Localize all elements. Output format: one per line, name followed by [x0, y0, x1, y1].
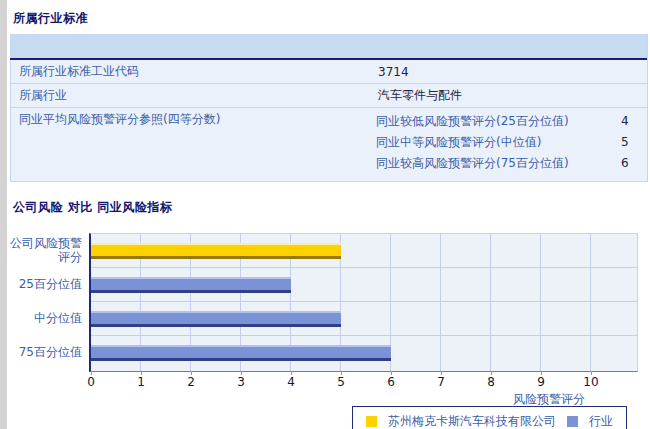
chart-band-separator	[91, 335, 637, 336]
chart-x-tick-label: 0	[76, 375, 106, 389]
chart-plot-area	[89, 233, 638, 372]
chart-x-tick-label: 10	[576, 375, 606, 389]
chart-legend: 苏州梅克卡斯汽车科技有限公司行业	[352, 406, 627, 429]
chart-tick-mark	[591, 371, 592, 375]
chart-tick-mark	[441, 371, 442, 375]
peer-score-subrows: 同业较低风险预警评分(25百分位值) 4 同业中等风险预警评分(中位值) 5 同…	[376, 111, 647, 174]
legend-series-label: 苏州梅克卡斯汽车科技有限公司	[388, 413, 556, 429]
chart-gridline	[540, 234, 541, 371]
chart-tick-mark	[341, 371, 342, 375]
chart-gridline	[590, 234, 591, 371]
row-value: 3714	[376, 65, 409, 79]
chart-x-tick-label: 5	[326, 375, 356, 389]
legend-industry-swatch	[567, 416, 578, 427]
chart-tick-mark	[241, 371, 242, 375]
chart-gridline	[440, 234, 441, 371]
report-content: 所属行业标准 所属行业标准工业代码 3714 所属行业 汽车零件与配件 同业平均…	[0, 0, 650, 429]
legend-company-swatch	[366, 416, 377, 427]
subrow-label: 同业中等风险预警评分(中位值)	[376, 132, 621, 153]
table-row-industry-code: 所属行业标准工业代码 3714	[10, 60, 647, 84]
subrow-25th-percentile: 同业较低风险预警评分(25百分位值) 4	[376, 111, 647, 132]
chart-band-separator	[91, 301, 637, 302]
industry-score-bar	[91, 345, 391, 361]
legend-series-label: 行业	[589, 413, 613, 429]
section-title-industry-standard: 所属行业标准	[0, 0, 650, 34]
subrow-75th-percentile: 同业较高风险预警评分(75百分位值) 6	[376, 153, 647, 174]
chart-x-tick-label: 3	[226, 375, 256, 389]
chart-tick-mark	[91, 371, 92, 375]
subrow-label: 同业较高风险预警评分(75百分位值)	[376, 153, 621, 174]
subrow-value: 4	[621, 111, 647, 132]
industry-risk-report-page: 所属行业标准 所属行业标准工业代码 3714 所属行业 汽车零件与配件 同业平均…	[0, 0, 650, 429]
chart-category-label: 中分位值	[0, 311, 82, 325]
chart-tick-mark	[191, 371, 192, 375]
chart-gridline	[490, 234, 491, 371]
chart-category-label: 25百分位值	[0, 277, 82, 291]
table-header-band	[10, 34, 647, 60]
subrow-value: 5	[621, 132, 647, 153]
chart-x-tick-label: 6	[376, 375, 406, 389]
industry-score-bar	[91, 311, 341, 327]
row-label: 同业平均风险预警评分参照(四等分数)	[11, 111, 376, 174]
chart-tick-mark	[291, 371, 292, 375]
table-row-industry: 所属行业 汽车零件与配件	[10, 84, 647, 108]
chart-band-separator	[91, 267, 637, 268]
row-label: 所属行业	[11, 87, 376, 104]
section-title-comparison: 公司风险 对比 同业风险指标	[0, 182, 650, 223]
row-label: 所属行业标准工业代码	[11, 63, 376, 80]
subrow-label: 同业较低风险预警评分(25百分位值)	[376, 111, 621, 132]
subrow-median: 同业中等风险预警评分(中位值) 5	[376, 132, 647, 153]
subrow-value: 6	[621, 153, 647, 174]
company-score-bar	[91, 243, 341, 259]
table-row-peer-scores: 同业平均风险预警评分参照(四等分数) 同业较低风险预警评分(25百分位值) 4 …	[10, 108, 647, 182]
row-value: 汽车零件与配件	[376, 87, 462, 104]
industry-standard-table: 所属行业标准工业代码 3714 所属行业 汽车零件与配件 同业平均风险预警评分参…	[10, 34, 648, 182]
chart-x-tick-label: 8	[476, 375, 506, 389]
chart-x-tick-label: 7	[426, 375, 456, 389]
chart-tick-mark	[141, 371, 142, 375]
chart-x-tick-label: 4	[276, 375, 306, 389]
chart-tick-mark	[541, 371, 542, 375]
chart-x-tick-label: 1	[126, 375, 156, 389]
chart-category-label: 公司风险预警评分	[0, 236, 82, 264]
chart-category-label: 75百分位值	[0, 345, 82, 359]
industry-score-bar	[91, 277, 291, 293]
chart-x-tick-label: 9	[526, 375, 556, 389]
chart-x-tick-label: 2	[176, 375, 206, 389]
chart-tick-mark	[491, 371, 492, 375]
chart-tick-mark	[391, 371, 392, 375]
risk-comparison-chart: 风险预警评分 苏州梅克卡斯汽车科技有限公司行业 公司风险预警评分25百分位值中分…	[0, 223, 650, 429]
